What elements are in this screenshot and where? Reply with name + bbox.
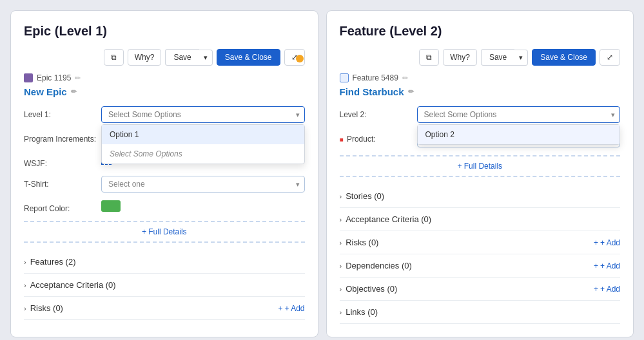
feature-id-edit-icon[interactable]: ✏ (402, 74, 408, 82)
level1-control: Option 1 Select Some Options (101, 106, 305, 123)
risks-add-label: + Add (284, 304, 304, 313)
epic-item-title: New Epic ✏ (24, 86, 305, 97)
feature-fullscreen-icon: ⤢ (607, 53, 613, 62)
objectives-label: Objectives (0) (346, 284, 397, 294)
program-increments-label: Program Increments: (24, 131, 96, 144)
level1-label: Level 1: (24, 106, 95, 119)
epic-why-button[interactable]: Why? (128, 49, 162, 66)
epic-copy-button[interactable]: ⧉ (104, 49, 124, 66)
dependencies-add-icon: + (594, 261, 598, 270)
level2-select[interactable] (417, 106, 621, 123)
epic-id-row: Epic 1195 ✏ (24, 73, 305, 82)
level1-dropdown: Option 1 Select Some Options (101, 124, 305, 164)
feature-fullscreen-button[interactable]: ⤢ (600, 49, 620, 66)
level1-option-1[interactable]: Option 1 (102, 125, 304, 144)
feature-why-button[interactable]: Why? (443, 49, 477, 66)
feature-panel-title: Feature (Level 2) (340, 24, 621, 39)
feature-item-title: Find Starbuck ✏ (340, 86, 621, 97)
epic-id-text: Epic 1195 (37, 73, 71, 82)
dependencies-add-label: + Add (600, 261, 620, 270)
feature-acceptance-criteria-chevron-icon: › (340, 216, 342, 223)
features-section[interactable]: › Features (2) (24, 250, 305, 274)
links-section[interactable]: › Links (0) (340, 301, 621, 324)
level2-row: Level 2: Option 2 (340, 106, 621, 123)
feature-copy-icon: ⧉ (426, 53, 432, 62)
objectives-add-label: + Add (600, 285, 620, 294)
epic-title-text: New Epic (24, 86, 67, 97)
level2-dropdown: Option 2 (417, 124, 621, 145)
feature-id-row: Feature 5489 ✏ (340, 73, 621, 82)
acceptance-criteria-chevron-icon: › (24, 281, 26, 289)
epic-save-button[interactable]: Save (165, 49, 199, 66)
feature-risks-add-label: + Add (600, 238, 620, 247)
risks-add-icon: + (278, 304, 282, 313)
level2-select-wrapper (417, 106, 621, 123)
epic-full-details-label: + Full Details (142, 227, 187, 236)
features-section-title: › Features (2) (24, 257, 75, 267)
tshirt-select[interactable]: Select one (101, 176, 305, 193)
level1-option-empty: Select Some Options (102, 144, 304, 164)
risks-chevron-icon: › (24, 305, 26, 312)
epic-toolbar: ⧉ Why? Save ▾ Save & Close ⤢ (24, 49, 305, 66)
feature-risks-add-button[interactable]: + + Add (594, 238, 620, 247)
risks-add-button[interactable]: + + Add (278, 304, 304, 313)
feature-acceptance-criteria-title: › Acceptance Criteria (0) (340, 214, 432, 224)
feature-risks-label: Risks (0) (346, 238, 378, 247)
objectives-add-button[interactable]: + + Add (594, 285, 620, 294)
panels-container: Epic (Level 1) ⧉ Why? Save ▾ Save & Clos… (10, 10, 634, 337)
feature-copy-button[interactable]: ⧉ (419, 49, 439, 66)
features-chevron-icon: › (24, 258, 26, 266)
level1-row: Level 1: Option 1 Select Some Options (24, 106, 305, 123)
stories-chevron-icon: › (340, 193, 342, 200)
feature-panel: Feature (Level 2) ⧉ Why? Save ▾ Save & C… (326, 10, 634, 337)
feature-save-split: Save ▾ (481, 49, 528, 66)
epic-id-edit-icon[interactable]: ✏ (75, 74, 81, 82)
level2-control: Option 2 (417, 106, 621, 123)
objectives-chevron-icon: › (340, 285, 342, 293)
dependencies-section[interactable]: › Dependencies (0) + + Add (340, 254, 621, 278)
objectives-section[interactable]: › Objectives (0) + + Add (340, 278, 621, 301)
yellow-dot-indicator (296, 55, 304, 62)
epic-panel: Epic (Level 1) ⧉ Why? Save ▾ Save & Clos… (10, 10, 318, 337)
level1-select[interactable] (101, 106, 305, 123)
report-color-swatch[interactable] (101, 200, 121, 212)
dependencies-label: Dependencies (0) (346, 261, 412, 270)
stories-label: Stories (0) (346, 191, 384, 201)
links-section-title: › Links (0) (340, 307, 378, 317)
epic-save-close-button[interactable]: Save & Close (217, 49, 280, 66)
epic-save-arrow[interactable]: ▾ (199, 50, 213, 66)
product-label: ■ Product: (340, 131, 411, 144)
epic-save-split: Save ▾ (165, 49, 212, 66)
feature-acceptance-criteria-section[interactable]: › Acceptance Criteria (0) (340, 208, 621, 231)
acceptance-criteria-section[interactable]: › Acceptance Criteria (0) (24, 274, 305, 297)
acceptance-criteria-label: Acceptance Criteria (0) (30, 280, 116, 290)
feature-save-arrow[interactable]: ▾ (514, 50, 528, 66)
features-label: Features (2) (30, 257, 76, 267)
objectives-section-title: › Objectives (0) (340, 284, 398, 294)
stories-section[interactable]: › Stories (0) (340, 185, 621, 208)
feature-risks-section[interactable]: › Risks (0) + + Add (340, 231, 621, 254)
report-color-control (101, 200, 305, 212)
report-color-row: Report Color: (24, 200, 305, 213)
dependencies-chevron-icon: › (340, 262, 342, 270)
wsjf-label: WSJF: (24, 155, 95, 168)
product-label-text: Product: (347, 135, 376, 144)
feature-save-button[interactable]: Save (481, 49, 514, 66)
epic-title-edit-icon[interactable]: ✏ (71, 88, 77, 96)
level2-label: Level 2: (340, 106, 411, 119)
feature-full-details-label: + Full Details (457, 162, 502, 171)
dependencies-add-button[interactable]: + + Add (594, 261, 620, 270)
tshirt-control: Select one (101, 176, 305, 193)
objectives-add-icon: + (594, 285, 598, 294)
feature-toolbar: ⧉ Why? Save ▾ Save & Close ⤢ (340, 49, 621, 66)
feature-save-close-button[interactable]: Save & Close (532, 49, 596, 66)
report-color-label: Report Color: (24, 200, 95, 213)
level2-option-2[interactable]: Option 2 (418, 125, 620, 144)
feature-full-details[interactable]: + Full Details (340, 155, 621, 177)
level1-select-wrapper (101, 106, 305, 123)
epic-full-details[interactable]: + Full Details (24, 221, 305, 243)
risks-section[interactable]: › Risks (0) + + Add (24, 297, 305, 320)
risks-section-title: › Risks (0) (24, 303, 63, 313)
feature-title-edit-icon[interactable]: ✏ (408, 88, 414, 96)
stories-section-title: › Stories (0) (340, 191, 385, 201)
